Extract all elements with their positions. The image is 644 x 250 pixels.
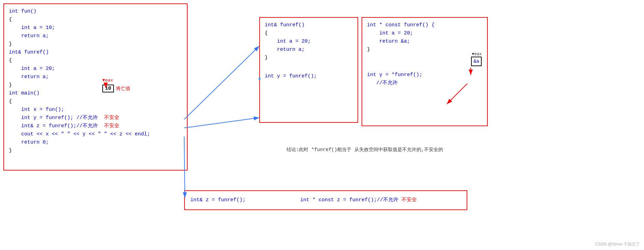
mid-code-box: int& funref() { int a = 20; return a; } … xyxy=(259,17,358,123)
right-line-4: } xyxy=(367,46,482,54)
addr-box: &a xyxy=(471,57,482,66)
value-label: 将亡值 xyxy=(116,86,130,92)
right-line-3: return &a; xyxy=(367,38,482,46)
code-line-2: { xyxy=(9,16,182,24)
code-line-15: int& z = funref();//不允许 不安全 xyxy=(9,122,182,130)
watermark: CSDN @Strive 干就完了 xyxy=(595,241,640,247)
mid-line-4: return a; xyxy=(265,46,353,54)
right-line-2: int a = 20; xyxy=(367,29,482,38)
bottom-right-text: int * const z = funref();//不允许 不安全 xyxy=(300,196,417,204)
code-line-16: cout << x << " " << y << " " << z << end… xyxy=(9,130,182,138)
mid-line-5: } xyxy=(265,54,353,62)
code-line-8: int a = 20; xyxy=(9,65,182,73)
code-line-18: } xyxy=(9,147,182,155)
mid-line-2: { xyxy=(265,29,353,38)
right-line-5: int y = *funref(); xyxy=(367,71,482,79)
code-line-17: return 0; xyxy=(9,138,182,147)
mid-line-6: int y = funref(); xyxy=(265,72,353,80)
value-annotation: 10 将亡值 xyxy=(102,85,130,92)
dot-marker xyxy=(259,78,261,80)
code-line-12: { xyxy=(9,98,182,106)
left-code-box: int fun() { int a = 10; return a; } int&… xyxy=(3,3,188,171)
mid-line-1: int& funref() xyxy=(265,21,353,29)
code-line-14: int y = funref(); //不允许 不安全 xyxy=(9,114,182,122)
svg-line-4 xyxy=(184,118,259,128)
right-line-1: int * const funref() { xyxy=(367,21,482,29)
code-line-13: int x = fun(); xyxy=(9,106,182,114)
code-line-4: return a; xyxy=(9,32,182,40)
mid-line-3: int a = 20; xyxy=(265,38,353,46)
conclusion-text: 结论:此时 *funref()相当于 从失效空间中获取值是不允许的,不安全的 xyxy=(287,147,443,153)
code-line-9: return a; xyxy=(9,73,182,81)
svg-line-3 xyxy=(184,46,259,119)
code-line-11: int main() xyxy=(9,89,182,98)
value-box-10: 10 xyxy=(102,85,114,92)
eax-label: ▼eax xyxy=(102,78,113,83)
code-line-10: } xyxy=(9,81,182,89)
code-line-7: { xyxy=(9,57,182,65)
bottom-left-text: int& z = funref(); xyxy=(190,196,246,204)
right-line-6: //不允许 xyxy=(367,79,482,87)
code-line-6: int& funref() xyxy=(9,48,182,57)
code-line-1: int fun() xyxy=(9,8,182,16)
code-line-3: int a = 10; xyxy=(9,24,182,32)
right-code-box: int * const funref() { int a = 20; retur… xyxy=(362,17,488,126)
bottom-code-box: int& z = funref(); int * const z = funre… xyxy=(184,190,467,210)
code-line-5: } xyxy=(9,40,182,48)
eax-annotation: ▼eax xyxy=(102,78,113,83)
